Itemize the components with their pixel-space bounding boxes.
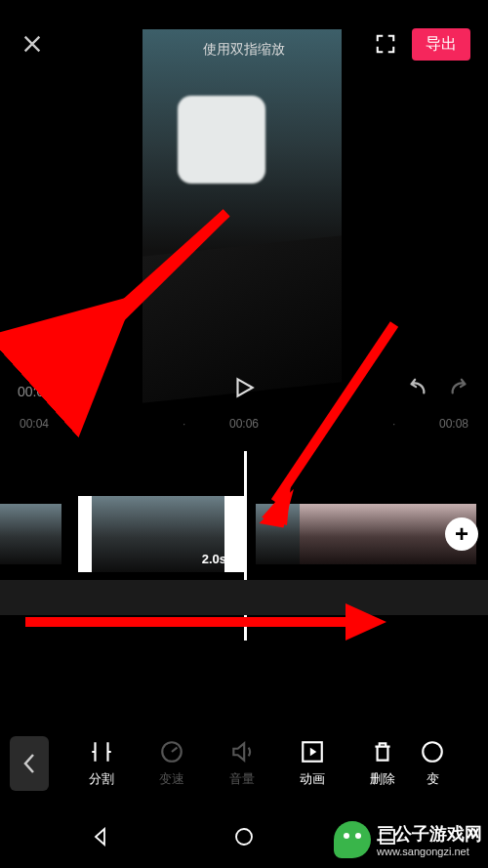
add-clip-button[interactable]: +	[445, 517, 478, 551]
delete-icon	[370, 739, 395, 765]
clip-thumb[interactable]	[17, 504, 61, 564]
tool-label: 变速	[159, 770, 184, 788]
watermark-url: www.sangongzi.net	[377, 846, 482, 857]
clip-duration: 2.0s	[202, 552, 226, 566]
clip-thumb	[92, 496, 137, 572]
selected-clip[interactable]: 2.0s	[78, 496, 244, 572]
zoom-hint: 使用双指缩放	[203, 41, 285, 59]
tool-label: 动画	[300, 770, 325, 788]
volume-icon	[229, 739, 255, 765]
preview-canvas[interactable]	[142, 29, 342, 369]
play-button[interactable]	[231, 375, 257, 400]
undo-button[interactable]	[404, 377, 429, 398]
watermark-title: 三公子游戏网	[377, 822, 482, 846]
tool-partial[interactable]: 变	[418, 739, 447, 788]
tool-speed: 变速	[137, 739, 207, 788]
tool-label: 音量	[229, 770, 255, 788]
preview-subject-layer	[178, 96, 265, 184]
split-icon	[89, 739, 114, 765]
redo-button[interactable]	[447, 377, 472, 398]
ruler-mark: 00:08	[439, 417, 468, 444]
tool-animation[interactable]: 动画	[277, 739, 347, 788]
ruler-mark: 00:06	[229, 417, 259, 444]
chevron-left-icon	[22, 753, 36, 774]
secondary-track[interactable]	[0, 580, 488, 615]
fullscreen-icon[interactable]	[375, 33, 396, 55]
tool-delete[interactable]: 删除	[347, 739, 418, 788]
svg-point-6	[423, 742, 442, 762]
tool-label: 删除	[370, 770, 395, 788]
trim-handle-left[interactable]	[78, 496, 92, 572]
edit-toolbar: 分割 变速 音量 动画 删除 变	[0, 723, 488, 804]
nav-back-icon[interactable]	[89, 825, 112, 848]
tool-volume: 音量	[207, 739, 277, 788]
trim-handle-right[interactable]	[230, 496, 244, 572]
tool-label: 变	[427, 770, 439, 788]
watermark: 三公子游戏网 www.sangongzi.net	[334, 821, 482, 858]
export-button[interactable]: 导出	[412, 28, 470, 61]
current-time: 00:06	[18, 384, 52, 399]
ruler-mark: 00:04	[20, 417, 49, 444]
clip-thumb[interactable]	[387, 504, 432, 564]
svg-point-7	[236, 829, 252, 845]
total-time: 00:14	[56, 384, 90, 399]
clip-thumb[interactable]	[300, 504, 345, 564]
clip-thumb	[136, 496, 181, 572]
clip-thumb[interactable]	[0, 504, 18, 564]
animation-icon	[300, 739, 325, 765]
toolbar-back-button[interactable]	[10, 736, 49, 791]
nav-home-icon[interactable]	[232, 825, 256, 848]
tool-split[interactable]: 分割	[66, 739, 137, 788]
tool-label: 分割	[89, 770, 114, 788]
clip-thumb[interactable]	[344, 504, 388, 564]
undo-redo-group	[404, 377, 472, 398]
more-icon	[420, 739, 445, 765]
watermark-logo	[334, 821, 371, 858]
time-ruler[interactable]: 00:04 00:06 00:08	[0, 417, 488, 444]
speed-icon	[159, 739, 184, 765]
clip-thumb[interactable]	[256, 504, 301, 564]
timecode: 00:06/00:14	[18, 384, 90, 399]
close-icon[interactable]	[21, 33, 43, 55]
